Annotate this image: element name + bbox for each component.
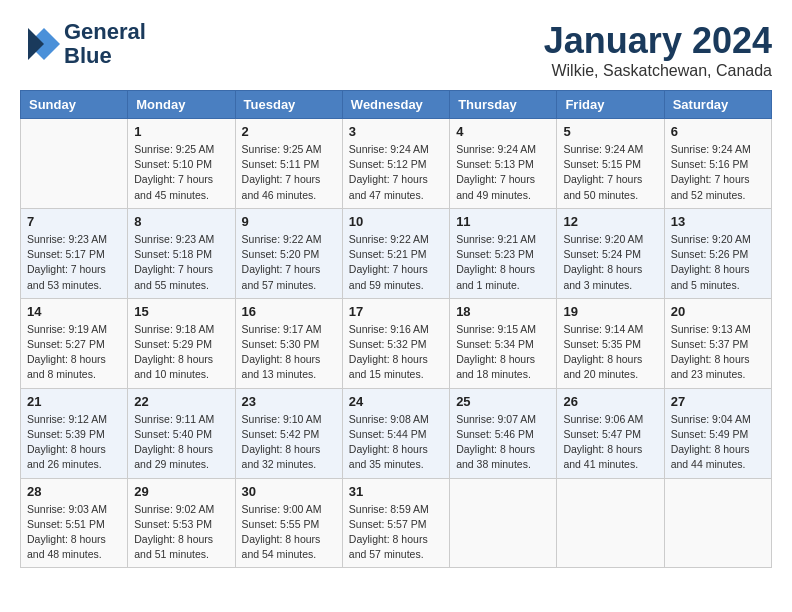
calendar-cell: 26Sunrise: 9:06 AMSunset: 5:47 PMDayligh…	[557, 388, 664, 478]
day-info: Sunrise: 9:12 AMSunset: 5:39 PMDaylight:…	[27, 412, 121, 473]
day-info: Sunrise: 9:16 AMSunset: 5:32 PMDaylight:…	[349, 322, 443, 383]
day-number: 1	[134, 124, 228, 139]
weekday-header-row: SundayMondayTuesdayWednesdayThursdayFrid…	[21, 91, 772, 119]
day-info: Sunrise: 9:22 AMSunset: 5:21 PMDaylight:…	[349, 232, 443, 293]
day-number: 28	[27, 484, 121, 499]
calendar-cell: 14Sunrise: 9:19 AMSunset: 5:27 PMDayligh…	[21, 298, 128, 388]
calendar-cell: 2Sunrise: 9:25 AMSunset: 5:11 PMDaylight…	[235, 119, 342, 209]
day-number: 26	[563, 394, 657, 409]
logo-text: General Blue	[64, 20, 146, 68]
day-number: 4	[456, 124, 550, 139]
day-info: Sunrise: 9:11 AMSunset: 5:40 PMDaylight:…	[134, 412, 228, 473]
day-info: Sunrise: 9:08 AMSunset: 5:44 PMDaylight:…	[349, 412, 443, 473]
calendar-cell: 12Sunrise: 9:20 AMSunset: 5:24 PMDayligh…	[557, 208, 664, 298]
day-info: Sunrise: 9:00 AMSunset: 5:55 PMDaylight:…	[242, 502, 336, 563]
weekday-header-monday: Monday	[128, 91, 235, 119]
calendar-cell: 4Sunrise: 9:24 AMSunset: 5:13 PMDaylight…	[450, 119, 557, 209]
day-number: 22	[134, 394, 228, 409]
day-info: Sunrise: 9:07 AMSunset: 5:46 PMDaylight:…	[456, 412, 550, 473]
day-info: Sunrise: 9:21 AMSunset: 5:23 PMDaylight:…	[456, 232, 550, 293]
day-info: Sunrise: 9:02 AMSunset: 5:53 PMDaylight:…	[134, 502, 228, 563]
day-number: 13	[671, 214, 765, 229]
calendar-cell: 6Sunrise: 9:24 AMSunset: 5:16 PMDaylight…	[664, 119, 771, 209]
day-info: Sunrise: 9:25 AMSunset: 5:10 PMDaylight:…	[134, 142, 228, 203]
calendar-cell: 27Sunrise: 9:04 AMSunset: 5:49 PMDayligh…	[664, 388, 771, 478]
calendar-cell: 23Sunrise: 9:10 AMSunset: 5:42 PMDayligh…	[235, 388, 342, 478]
calendar-cell: 11Sunrise: 9:21 AMSunset: 5:23 PMDayligh…	[450, 208, 557, 298]
day-info: Sunrise: 9:13 AMSunset: 5:37 PMDaylight:…	[671, 322, 765, 383]
day-info: Sunrise: 9:23 AMSunset: 5:17 PMDaylight:…	[27, 232, 121, 293]
day-number: 21	[27, 394, 121, 409]
day-number: 2	[242, 124, 336, 139]
calendar-cell: 25Sunrise: 9:07 AMSunset: 5:46 PMDayligh…	[450, 388, 557, 478]
day-info: Sunrise: 9:23 AMSunset: 5:18 PMDaylight:…	[134, 232, 228, 293]
calendar-cell: 18Sunrise: 9:15 AMSunset: 5:34 PMDayligh…	[450, 298, 557, 388]
day-info: Sunrise: 9:24 AMSunset: 5:12 PMDaylight:…	[349, 142, 443, 203]
day-number: 20	[671, 304, 765, 319]
day-number: 17	[349, 304, 443, 319]
week-row-1: 7Sunrise: 9:23 AMSunset: 5:17 PMDaylight…	[21, 208, 772, 298]
day-info: Sunrise: 9:18 AMSunset: 5:29 PMDaylight:…	[134, 322, 228, 383]
day-number: 5	[563, 124, 657, 139]
day-info: Sunrise: 9:19 AMSunset: 5:27 PMDaylight:…	[27, 322, 121, 383]
week-row-4: 28Sunrise: 9:03 AMSunset: 5:51 PMDayligh…	[21, 478, 772, 568]
day-number: 3	[349, 124, 443, 139]
day-number: 24	[349, 394, 443, 409]
day-number: 25	[456, 394, 550, 409]
day-info: Sunrise: 8:59 AMSunset: 5:57 PMDaylight:…	[349, 502, 443, 563]
day-info: Sunrise: 9:03 AMSunset: 5:51 PMDaylight:…	[27, 502, 121, 563]
weekday-header-sunday: Sunday	[21, 91, 128, 119]
day-info: Sunrise: 9:25 AMSunset: 5:11 PMDaylight:…	[242, 142, 336, 203]
calendar-cell: 9Sunrise: 9:22 AMSunset: 5:20 PMDaylight…	[235, 208, 342, 298]
day-number: 27	[671, 394, 765, 409]
day-info: Sunrise: 9:24 AMSunset: 5:16 PMDaylight:…	[671, 142, 765, 203]
calendar-cell	[450, 478, 557, 568]
day-number: 23	[242, 394, 336, 409]
day-number: 8	[134, 214, 228, 229]
day-info: Sunrise: 9:22 AMSunset: 5:20 PMDaylight:…	[242, 232, 336, 293]
calendar-cell: 29Sunrise: 9:02 AMSunset: 5:53 PMDayligh…	[128, 478, 235, 568]
day-number: 19	[563, 304, 657, 319]
calendar-cell: 31Sunrise: 8:59 AMSunset: 5:57 PMDayligh…	[342, 478, 449, 568]
day-info: Sunrise: 9:20 AMSunset: 5:26 PMDaylight:…	[671, 232, 765, 293]
weekday-header-wednesday: Wednesday	[342, 91, 449, 119]
day-info: Sunrise: 9:06 AMSunset: 5:47 PMDaylight:…	[563, 412, 657, 473]
calendar-cell: 15Sunrise: 9:18 AMSunset: 5:29 PMDayligh…	[128, 298, 235, 388]
week-row-0: 1Sunrise: 9:25 AMSunset: 5:10 PMDaylight…	[21, 119, 772, 209]
day-number: 9	[242, 214, 336, 229]
day-number: 18	[456, 304, 550, 319]
day-info: Sunrise: 9:10 AMSunset: 5:42 PMDaylight:…	[242, 412, 336, 473]
calendar-cell: 1Sunrise: 9:25 AMSunset: 5:10 PMDaylight…	[128, 119, 235, 209]
location-title: Wilkie, Saskatchewan, Canada	[544, 62, 772, 80]
month-title: January 2024	[544, 20, 772, 62]
calendar-cell: 20Sunrise: 9:13 AMSunset: 5:37 PMDayligh…	[664, 298, 771, 388]
day-number: 10	[349, 214, 443, 229]
calendar-cell: 3Sunrise: 9:24 AMSunset: 5:12 PMDaylight…	[342, 119, 449, 209]
calendar-table: SundayMondayTuesdayWednesdayThursdayFrid…	[20, 90, 772, 568]
calendar-cell: 16Sunrise: 9:17 AMSunset: 5:30 PMDayligh…	[235, 298, 342, 388]
logo-icon	[20, 24, 60, 64]
calendar-cell: 8Sunrise: 9:23 AMSunset: 5:18 PMDaylight…	[128, 208, 235, 298]
day-number: 6	[671, 124, 765, 139]
day-number: 15	[134, 304, 228, 319]
calendar-cell: 10Sunrise: 9:22 AMSunset: 5:21 PMDayligh…	[342, 208, 449, 298]
day-info: Sunrise: 9:14 AMSunset: 5:35 PMDaylight:…	[563, 322, 657, 383]
day-number: 12	[563, 214, 657, 229]
logo: General Blue	[20, 20, 146, 68]
week-row-3: 21Sunrise: 9:12 AMSunset: 5:39 PMDayligh…	[21, 388, 772, 478]
day-number: 30	[242, 484, 336, 499]
calendar-cell	[557, 478, 664, 568]
weekday-header-saturday: Saturday	[664, 91, 771, 119]
day-number: 31	[349, 484, 443, 499]
weekday-header-friday: Friday	[557, 91, 664, 119]
day-info: Sunrise: 9:24 AMSunset: 5:15 PMDaylight:…	[563, 142, 657, 203]
calendar-cell: 21Sunrise: 9:12 AMSunset: 5:39 PMDayligh…	[21, 388, 128, 478]
day-info: Sunrise: 9:24 AMSunset: 5:13 PMDaylight:…	[456, 142, 550, 203]
day-number: 29	[134, 484, 228, 499]
logo-line1: General	[64, 20, 146, 44]
calendar-cell: 30Sunrise: 9:00 AMSunset: 5:55 PMDayligh…	[235, 478, 342, 568]
calendar-cell: 5Sunrise: 9:24 AMSunset: 5:15 PMDaylight…	[557, 119, 664, 209]
week-row-2: 14Sunrise: 9:19 AMSunset: 5:27 PMDayligh…	[21, 298, 772, 388]
calendar-cell: 7Sunrise: 9:23 AMSunset: 5:17 PMDaylight…	[21, 208, 128, 298]
weekday-header-tuesday: Tuesday	[235, 91, 342, 119]
